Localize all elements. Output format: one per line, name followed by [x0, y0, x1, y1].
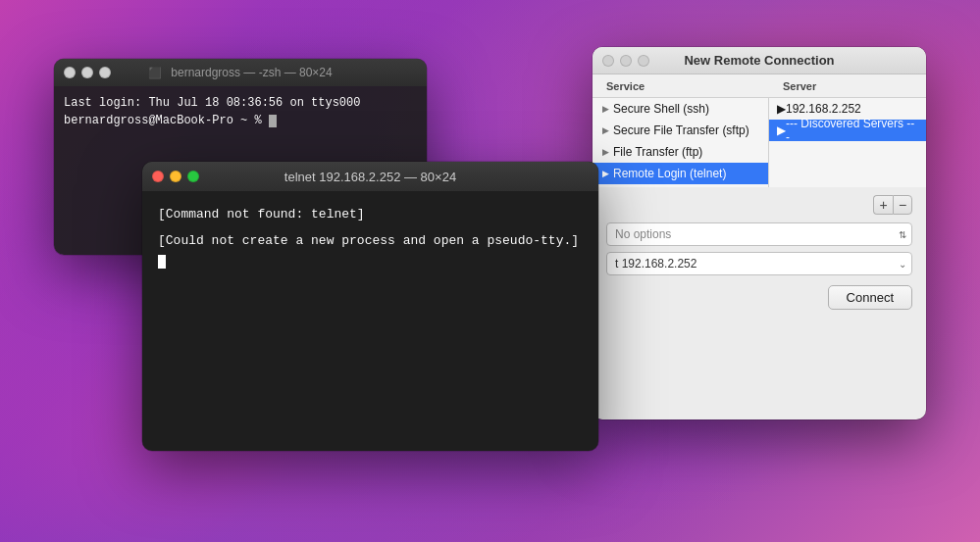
service-item-sftp[interactable]: ▶ Secure File Transfer (sftp): [593, 120, 768, 141]
terminal-bg-line1: Last login: Thu Jul 18 08:36:56 on ttys0…: [64, 94, 417, 112]
discovered-servers-label: --- Discovered Servers ---: [786, 117, 918, 144]
remove-server-button[interactable]: −: [893, 195, 912, 215]
services-servers-table: ▶ Secure Shell (ssh) ▶ Secure File Trans…: [593, 98, 926, 187]
remote-maximize-btn[interactable]: [638, 55, 649, 67]
remote-window-title: New Remote Connection: [684, 53, 834, 68]
server-ip-chevron: ▶: [777, 102, 786, 116]
service-telnet-label: Remote Login (telnet): [613, 167, 726, 180]
server-ip-label: 192.168.2.252: [786, 102, 861, 116]
terminal-telnet-titlebar: telnet 192.168.2.252 — 80×24: [142, 162, 598, 191]
remote-titlebar: New Remote Connection: [593, 47, 926, 74]
terminal-telnet-window: telnet 192.168.2.252 — 80×24 [Command no…: [142, 162, 598, 451]
options-select[interactable]: No options: [606, 222, 912, 246]
terminal-icon: ⬛: [148, 67, 162, 79]
user-host-select-wrapper: t 192.168.2.252 ⌄: [606, 252, 912, 275]
service-ssh-label: Secure Shell (ssh): [613, 102, 709, 116]
terminal-bg-title: ⬛ bernardgross — -zsh — 80×24: [148, 66, 332, 79]
sftp-chevron-icon: ▶: [602, 125, 609, 135]
connect-row: Connect: [606, 285, 912, 310]
add-remove-row: + −: [606, 195, 912, 215]
service-item-ssh[interactable]: ▶ Secure Shell (ssh): [593, 98, 768, 120]
column-header-row: Service Server: [593, 74, 926, 98]
options-select-wrapper: No options ⇅: [606, 222, 912, 246]
add-server-button[interactable]: +: [873, 195, 893, 215]
telnet-chevron-icon: ▶: [602, 169, 609, 178]
bottom-controls: + − No options ⇅ t 192.168.2.252 ⌄ Conne…: [593, 187, 926, 318]
user-host-select[interactable]: t 192.168.2.252: [606, 252, 912, 275]
telnet-line2: [Could not create a new process and open…: [158, 231, 583, 272]
server-column-header: Server: [783, 80, 912, 92]
service-item-telnet[interactable]: ▶ Remote Login (telnet): [593, 163, 768, 184]
service-column-header: Service: [606, 80, 783, 92]
discovered-chevron-icon: ▶: [777, 123, 786, 137]
terminal-bg-content: Last login: Thu Jul 18 08:36:56 on ttys0…: [54, 86, 427, 137]
remote-connection-window: New Remote Connection Service Server ▶ S…: [593, 47, 926, 419]
telnet-minimize-btn[interactable]: [170, 171, 181, 182]
telnet-close-btn[interactable]: [152, 171, 164, 182]
terminal-cursor: [158, 255, 166, 269]
telnet-line1: [Command not found: telnet]: [158, 205, 583, 225]
service-sftp-label: Secure File Transfer (sftp): [613, 123, 749, 137]
terminal-bg-line2: bernardgross@MacBook-Pro ~ %: [64, 112, 417, 129]
shell-cursor: [269, 115, 277, 127]
remote-window-body: Service Server ▶ Secure Shell (ssh) ▶ Se…: [593, 74, 926, 318]
remote-minimize-btn[interactable]: [620, 55, 632, 67]
terminal-telnet-content: [Command not found: telnet] [Could not c…: [142, 191, 598, 285]
terminal-telnet-title: telnet 192.168.2.252 — 80×24: [284, 170, 456, 184]
service-ftp-label: File Transfer (ftp): [613, 145, 702, 159]
remote-traffic-lights: [602, 55, 649, 67]
ssh-chevron-icon: ▶: [602, 104, 609, 114]
terminal-telnet-traffic-lights: [152, 171, 199, 182]
connect-button[interactable]: Connect: [828, 285, 912, 310]
terminal-bg-maximize-btn[interactable]: [99, 67, 111, 78]
terminal-bg-traffic-lights: [64, 67, 111, 78]
services-list: ▶ Secure Shell (ssh) ▶ Secure File Trans…: [593, 98, 769, 187]
service-item-ftp[interactable]: ▶ File Transfer (ftp): [593, 141, 768, 163]
ftp-chevron-icon: ▶: [602, 147, 609, 157]
terminal-bg-close-btn[interactable]: [64, 67, 76, 78]
telnet-maximize-btn[interactable]: [187, 171, 199, 182]
servers-list: ▶ 192.168.2.252 ▶ --- Discovered Servers…: [769, 98, 926, 187]
server-entry-discovered[interactable]: ▶ --- Discovered Servers ---: [769, 120, 926, 141]
terminal-bg-titlebar: ⬛ bernardgross — -zsh — 80×24: [54, 59, 427, 86]
terminal-bg-minimize-btn[interactable]: [81, 67, 93, 78]
remote-close-btn[interactable]: [602, 55, 614, 67]
